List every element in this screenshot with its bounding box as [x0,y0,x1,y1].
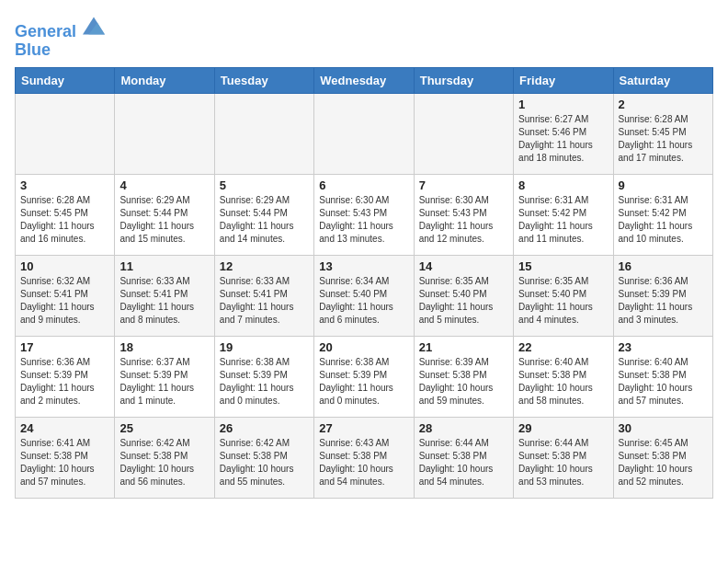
day-number: 24 [20,421,109,435]
calendar-cell: 6Sunrise: 6:30 AM Sunset: 5:43 PM Daylig… [314,174,414,255]
calendar-cell: 26Sunrise: 6:42 AM Sunset: 5:38 PM Dayli… [214,417,313,498]
calendar-cell: 12Sunrise: 6:33 AM Sunset: 5:41 PM Dayli… [214,255,313,336]
calendar-table: SundayMondayTuesdayWednesdayThursdayFrid… [15,67,713,499]
day-header-sunday: Sunday [16,67,115,93]
day-info: Sunrise: 6:33 AM Sunset: 5:41 PM Dayligh… [220,275,309,327]
day-info: Sunrise: 6:29 AM Sunset: 5:44 PM Dayligh… [119,194,209,246]
day-number: 16 [619,259,708,273]
day-number: 13 [319,259,408,273]
day-number: 9 [619,178,708,192]
calendar-cell [115,93,214,174]
day-info: Sunrise: 6:43 AM Sunset: 5:38 PM Dayligh… [319,437,408,488]
page-header: General Blue [15,15,713,60]
day-number: 25 [119,421,209,435]
calendar-cell: 19Sunrise: 6:38 AM Sunset: 5:39 PM Dayli… [214,336,313,417]
day-info: Sunrise: 6:35 AM Sunset: 5:40 PM Dayligh… [419,275,508,327]
day-info: Sunrise: 6:27 AM Sunset: 5:46 PM Dayligh… [518,113,608,165]
calendar-cell: 27Sunrise: 6:43 AM Sunset: 5:38 PM Dayli… [314,417,414,498]
day-number: 20 [319,340,408,354]
calendar-cell: 29Sunrise: 6:44 AM Sunset: 5:38 PM Dayli… [514,417,613,498]
day-info: Sunrise: 6:45 AM Sunset: 5:38 PM Dayligh… [619,437,708,488]
day-info: Sunrise: 6:36 AM Sunset: 5:39 PM Dayligh… [20,356,109,408]
day-info: Sunrise: 6:40 AM Sunset: 5:38 PM Dayligh… [518,356,608,408]
day-header-monday: Monday [115,67,214,93]
day-info: Sunrise: 6:31 AM Sunset: 5:42 PM Dayligh… [518,194,608,246]
day-header-saturday: Saturday [613,67,712,93]
calendar-week-2: 3Sunrise: 6:28 AM Sunset: 5:45 PM Daylig… [16,174,713,255]
day-info: Sunrise: 6:34 AM Sunset: 5:40 PM Dayligh… [319,275,408,327]
day-number: 22 [518,340,608,354]
day-info: Sunrise: 6:35 AM Sunset: 5:40 PM Dayligh… [518,275,608,327]
day-number: 23 [619,340,708,354]
calendar-body: 1Sunrise: 6:27 AM Sunset: 5:46 PM Daylig… [16,93,713,498]
day-info: Sunrise: 6:42 AM Sunset: 5:38 PM Dayligh… [220,437,309,488]
day-info: Sunrise: 6:37 AM Sunset: 5:39 PM Dayligh… [119,356,209,408]
day-number: 30 [619,421,708,435]
calendar-cell: 4Sunrise: 6:29 AM Sunset: 5:44 PM Daylig… [115,174,214,255]
calendar-week-5: 24Sunrise: 6:41 AM Sunset: 5:38 PM Dayli… [16,417,713,498]
calendar-cell: 22Sunrise: 6:40 AM Sunset: 5:38 PM Dayli… [514,336,613,417]
day-info: Sunrise: 6:31 AM Sunset: 5:42 PM Dayligh… [619,194,708,246]
day-number: 21 [419,340,508,354]
calendar-cell: 8Sunrise: 6:31 AM Sunset: 5:42 PM Daylig… [514,174,613,255]
day-info: Sunrise: 6:30 AM Sunset: 5:43 PM Dayligh… [319,194,408,246]
day-number: 7 [419,178,508,192]
logo-text: General Blue [15,15,105,60]
day-number: 6 [319,178,408,192]
calendar-cell: 11Sunrise: 6:33 AM Sunset: 5:41 PM Dayli… [115,255,214,336]
day-info: Sunrise: 6:33 AM Sunset: 5:41 PM Dayligh… [119,275,209,327]
day-number: 14 [419,259,508,273]
day-info: Sunrise: 6:44 AM Sunset: 5:38 PM Dayligh… [419,437,508,488]
calendar-cell: 30Sunrise: 6:45 AM Sunset: 5:38 PM Dayli… [613,417,712,498]
calendar-week-4: 17Sunrise: 6:36 AM Sunset: 5:39 PM Dayli… [16,336,713,417]
day-number: 4 [119,178,209,192]
calendar-cell: 25Sunrise: 6:42 AM Sunset: 5:38 PM Dayli… [115,417,214,498]
calendar-cell: 14Sunrise: 6:35 AM Sunset: 5:40 PM Dayli… [414,255,513,336]
calendar-cell: 16Sunrise: 6:36 AM Sunset: 5:39 PM Dayli… [613,255,712,336]
day-info: Sunrise: 6:36 AM Sunset: 5:39 PM Dayligh… [619,275,708,327]
day-number: 8 [518,178,608,192]
calendar-cell: 21Sunrise: 6:39 AM Sunset: 5:38 PM Dayli… [414,336,513,417]
day-number: 2 [619,98,708,111]
calendar-week-1: 1Sunrise: 6:27 AM Sunset: 5:46 PM Daylig… [16,93,713,174]
day-info: Sunrise: 6:39 AM Sunset: 5:38 PM Dayligh… [419,356,508,408]
day-number: 1 [518,98,608,111]
day-info: Sunrise: 6:44 AM Sunset: 5:38 PM Dayligh… [518,437,608,488]
calendar-cell: 18Sunrise: 6:37 AM Sunset: 5:39 PM Dayli… [115,336,214,417]
day-number: 19 [220,340,309,354]
calendar-cell: 3Sunrise: 6:28 AM Sunset: 5:45 PM Daylig… [16,174,115,255]
day-number: 29 [518,421,608,435]
day-info: Sunrise: 6:41 AM Sunset: 5:38 PM Dayligh… [20,437,109,488]
day-info: Sunrise: 6:38 AM Sunset: 5:39 PM Dayligh… [220,356,309,408]
day-number: 17 [20,340,109,354]
day-number: 12 [220,259,309,273]
calendar-cell [414,93,513,174]
calendar-cell: 15Sunrise: 6:35 AM Sunset: 5:40 PM Dayli… [514,255,613,336]
day-header-wednesday: Wednesday [314,67,414,93]
calendar-cell: 28Sunrise: 6:44 AM Sunset: 5:38 PM Dayli… [414,417,513,498]
calendar-header-row: SundayMondayTuesdayWednesdayThursdayFrid… [16,67,713,93]
day-info: Sunrise: 6:30 AM Sunset: 5:43 PM Dayligh… [419,194,508,246]
day-number: 10 [20,259,109,273]
calendar-cell [16,93,115,174]
day-info: Sunrise: 6:28 AM Sunset: 5:45 PM Dayligh… [619,113,708,165]
day-number: 3 [20,178,109,192]
calendar-cell: 20Sunrise: 6:38 AM Sunset: 5:39 PM Dayli… [314,336,414,417]
calendar-cell: 1Sunrise: 6:27 AM Sunset: 5:46 PM Daylig… [514,93,613,174]
day-number: 27 [319,421,408,435]
calendar-cell: 24Sunrise: 6:41 AM Sunset: 5:38 PM Dayli… [16,417,115,498]
calendar-cell: 5Sunrise: 6:29 AM Sunset: 5:44 PM Daylig… [214,174,313,255]
day-number: 11 [119,259,209,273]
day-number: 15 [518,259,608,273]
calendar-cell: 9Sunrise: 6:31 AM Sunset: 5:42 PM Daylig… [613,174,712,255]
day-info: Sunrise: 6:40 AM Sunset: 5:38 PM Dayligh… [619,356,708,408]
day-info: Sunrise: 6:29 AM Sunset: 5:44 PM Dayligh… [220,194,309,246]
day-info: Sunrise: 6:42 AM Sunset: 5:38 PM Dayligh… [119,437,209,488]
calendar-cell [214,93,313,174]
day-number: 26 [220,421,309,435]
calendar-cell [314,93,414,174]
day-header-thursday: Thursday [414,67,513,93]
day-header-friday: Friday [514,67,613,93]
calendar-cell: 10Sunrise: 6:32 AM Sunset: 5:41 PM Dayli… [16,255,115,336]
day-info: Sunrise: 6:38 AM Sunset: 5:39 PM Dayligh… [319,356,408,408]
